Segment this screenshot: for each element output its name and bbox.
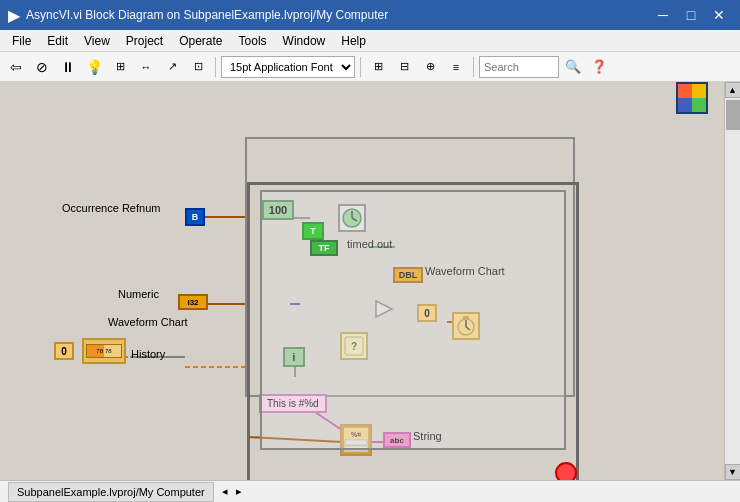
tb-stop-button[interactable]: ⊘ <box>30 55 54 79</box>
abc-terminal: abc <box>383 432 411 448</box>
waveform-chart-terminal: 7878 <box>82 338 126 364</box>
waveform-chart-right-label: Waveform Chart <box>425 265 505 277</box>
menu-file[interactable]: File <box>4 32 39 50</box>
svg-rect-27 <box>463 316 469 319</box>
svg-rect-4 <box>692 98 706 112</box>
scroll-left-arrow[interactable]: ◂ <box>222 485 228 498</box>
status-bar: SubpanelExample.lvproj/My Computer ◂ ▸ <box>0 480 740 502</box>
toolbar-separator-3 <box>473 57 474 77</box>
tb-step-over-button[interactable]: ↔ <box>134 55 158 79</box>
tb-warn-button[interactable]: ⊡ <box>186 55 210 79</box>
menu-bar: File Edit View Project Operate Tools Win… <box>0 30 740 52</box>
timer-icon-node <box>452 312 480 340</box>
tf-terminal: TF <box>310 240 338 256</box>
tb-step-out-button[interactable]: ↗ <box>160 55 184 79</box>
menu-edit[interactable]: Edit <box>39 32 76 50</box>
tb-back-button[interactable]: ⇦ <box>4 55 28 79</box>
svg-rect-1 <box>678 84 692 98</box>
svg-marker-23 <box>376 301 392 317</box>
font-selector[interactable]: 15pt Application Font <box>221 56 355 78</box>
close-button[interactable]: ✕ <box>706 5 732 25</box>
const-0-leftmost: 0 <box>54 342 74 360</box>
app-icon: ▶ <box>8 6 20 25</box>
tb-align-button[interactable]: ⊞ <box>366 55 390 79</box>
scroll-down-button[interactable]: ▼ <box>725 464 741 480</box>
window-title: AsyncVI.vi Block Diagram on SubpanelExam… <box>26 8 388 22</box>
tb-resize-button[interactable]: ⊕ <box>418 55 442 79</box>
scroll-right-arrow[interactable]: ▸ <box>236 485 242 498</box>
dbl-terminal: DBL <box>393 267 423 283</box>
occurrence-refnum-label: Occurrence Refnum <box>62 202 160 214</box>
history-label: History <box>131 348 165 360</box>
stop-button-terminal <box>555 462 577 480</box>
menu-view[interactable]: View <box>76 32 118 50</box>
minimize-button[interactable]: ─ <box>650 5 676 25</box>
svg-line-14 <box>248 437 342 442</box>
occurrence-refnum-terminal: B <box>185 208 205 226</box>
toolbar-separator-1 <box>215 57 216 77</box>
waveform-chart-left-label: Waveform Chart <box>108 316 188 328</box>
toolbar-separator-2 <box>360 57 361 77</box>
menu-operate[interactable]: Operate <box>171 32 230 50</box>
const-0-right: 0 <box>417 304 437 322</box>
search-button[interactable]: 🔍 <box>561 55 585 79</box>
svg-line-12 <box>315 412 342 430</box>
string-label: String <box>413 430 442 442</box>
i-terminal: i <box>283 347 305 367</box>
maximize-button[interactable]: □ <box>678 5 704 25</box>
search-input[interactable] <box>479 56 559 78</box>
scroll-up-button[interactable]: ▲ <box>725 82 741 98</box>
title-bar-left: ▶ AsyncVI.vi Block Diagram on SubpanelEx… <box>8 6 388 25</box>
scroll-thumb[interactable] <box>726 100 740 130</box>
tb-pause-button[interactable]: ⏸ <box>56 55 80 79</box>
svg-rect-2 <box>692 84 706 98</box>
timed-out-label: timed out <box>347 238 392 250</box>
tb-reorder-button[interactable]: ≡ <box>444 55 468 79</box>
tb-distribute-button[interactable]: ⊟ <box>392 55 416 79</box>
diagram-canvas[interactable]: Occurrence Refnum B 100 T TF timed out <box>0 82 724 480</box>
amplifier-node <box>372 297 396 321</box>
svg-rect-33 <box>345 446 367 451</box>
numeric-label: Numeric <box>118 288 159 300</box>
main-area: Occurrence Refnum B 100 T TF timed out <box>0 82 740 480</box>
project-path-tab[interactable]: SubpanelExample.lvproj/My Computer <box>8 482 214 502</box>
menu-help[interactable]: Help <box>333 32 374 50</box>
numeric-terminal: I32 <box>178 294 208 310</box>
help-button[interactable]: ❓ <box>587 55 611 79</box>
menu-tools[interactable]: Tools <box>231 32 275 50</box>
title-bar: ▶ AsyncVI.vi Block Diagram on SubpanelEx… <box>0 0 740 30</box>
svg-text:%⌗: %⌗ <box>351 431 362 438</box>
probe-node: ? <box>340 332 368 360</box>
tb-step-into-button[interactable]: ⊞ <box>108 55 132 79</box>
menu-project[interactable]: Project <box>118 32 171 50</box>
format-string-constant: This is #%d <box>259 394 327 413</box>
scrollbar-right[interactable]: ▲ ▼ <box>724 82 740 480</box>
svg-text:?: ? <box>351 341 357 352</box>
project-path-label: SubpanelExample.lvproj/My Computer <box>17 486 205 498</box>
vi-icon <box>676 82 708 114</box>
tb-highlight-button[interactable]: 💡 <box>82 55 106 79</box>
svg-rect-32 <box>345 440 367 445</box>
title-bar-controls[interactable]: ─ □ ✕ <box>650 5 732 25</box>
svg-rect-3 <box>678 98 692 112</box>
menu-window[interactable]: Window <box>275 32 334 50</box>
format-string-node: %⌗ <box>340 424 372 456</box>
toolbar: ⇦ ⊘ ⏸ 💡 ⊞ ↔ ↗ ⊡ 15pt Application Font ⊞ … <box>0 52 740 82</box>
